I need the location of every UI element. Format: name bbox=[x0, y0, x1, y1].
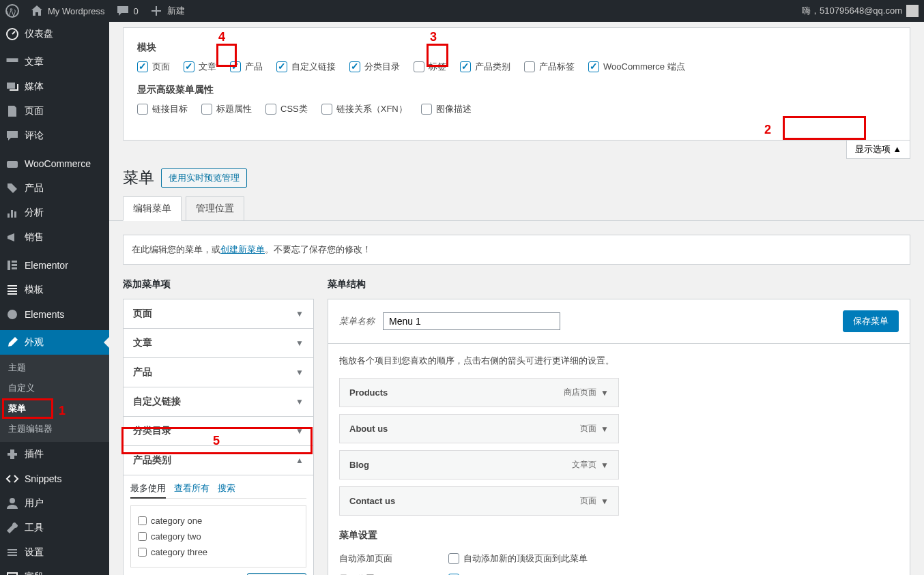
module-checkbox-8[interactable]: WooCommerce 端点 bbox=[588, 61, 685, 73]
submenu-menus[interactable]: 菜单 bbox=[0, 398, 109, 419]
admin-sidebar: 仪表盘 文章 媒体 页面 评论 WooCommerce 产品 分析 销售 Ele… bbox=[0, 22, 109, 575]
wrench-icon bbox=[5, 521, 19, 535]
sidebar-item-tools[interactable]: 工具 bbox=[0, 516, 109, 540]
module-check-6[interactable] bbox=[460, 61, 471, 72]
sidebar-item-analytics[interactable]: 分析 bbox=[0, 201, 109, 225]
module-checkbox-2[interactable]: 产品 bbox=[230, 61, 263, 73]
sidebar-item-fields[interactable]: 字段 bbox=[0, 565, 109, 575]
module-checkbox-1[interactable]: 文章 bbox=[184, 61, 216, 73]
auto-add-label: 自动添加页面 bbox=[339, 552, 448, 565]
category-item-0[interactable]: category one bbox=[138, 513, 299, 529]
module-checkbox-7[interactable]: 产品标签 bbox=[524, 61, 575, 73]
tab-edit[interactable]: 编辑菜单 bbox=[123, 196, 182, 221]
module-check-3[interactable] bbox=[276, 61, 287, 72]
sidebar-item-dashboard[interactable]: 仪表盘 bbox=[0, 22, 109, 46]
advanced-checkbox-3[interactable]: 链接关系（XFN） bbox=[321, 103, 407, 115]
module-check-0[interactable] bbox=[137, 61, 148, 72]
module-check-2[interactable] bbox=[230, 61, 241, 72]
advanced-check-1[interactable] bbox=[201, 104, 212, 115]
new-link[interactable]: 新建 bbox=[149, 4, 185, 18]
admin-bar: My Wordpress 0 新建 嗨，510795648@qq.com bbox=[0, 0, 924, 22]
site-link[interactable]: My Wordpress bbox=[30, 4, 105, 18]
sidebar-item-media[interactable]: 媒体 bbox=[0, 74, 109, 99]
svg-rect-2 bbox=[7, 83, 15, 89]
screen-options-toggle[interactable]: 显示选项 ▲ bbox=[846, 141, 911, 159]
submenu-customize[interactable]: 自定义 bbox=[0, 378, 109, 398]
sidebar-item-snippets[interactable]: Snippets bbox=[0, 467, 109, 491]
page-title: 菜单 bbox=[123, 167, 154, 188]
module-checkbox-5[interactable]: 标签 bbox=[414, 61, 446, 73]
svg-rect-12 bbox=[8, 555, 17, 556]
sidebar-item-elementor[interactable]: Elementor bbox=[0, 253, 109, 278]
menu-name-input[interactable] bbox=[383, 312, 560, 330]
module-check-4[interactable] bbox=[349, 61, 360, 72]
advanced-checkbox-1[interactable]: 标题属性 bbox=[201, 103, 252, 115]
sidebar-item-users[interactable]: 用户 bbox=[0, 491, 109, 516]
sidebar-item-products[interactable]: 产品 bbox=[0, 176, 109, 201]
sidebar-item-marketing[interactable]: 销售 bbox=[0, 225, 109, 250]
category-check-1[interactable] bbox=[138, 532, 147, 541]
category-item-2[interactable]: category three bbox=[138, 544, 299, 560]
inner-tab-most[interactable]: 最多使用 bbox=[130, 482, 166, 499]
submenu-themes[interactable]: 主题 bbox=[0, 357, 109, 378]
wordpress-logo[interactable] bbox=[5, 4, 19, 18]
caret-icon: ▼ bbox=[295, 426, 304, 436]
menu-structure-item-0[interactable]: Products商店页面 ▼ bbox=[339, 378, 619, 407]
advanced-check-3[interactable] bbox=[321, 104, 332, 115]
sidebar-item-woocommerce[interactable]: WooCommerce bbox=[0, 151, 109, 176]
svg-rect-5 bbox=[12, 261, 17, 263]
sidebar-item-elements[interactable]: Elements bbox=[0, 302, 109, 327]
module-check-5[interactable] bbox=[414, 61, 424, 72]
advanced-checkbox-2[interactable]: CSS类 bbox=[265, 103, 308, 115]
sidebar-item-plugins[interactable]: 插件 bbox=[0, 442, 109, 467]
arrow-indicator bbox=[104, 337, 109, 348]
menu-structure-item-2[interactable]: Blog文章页 ▼ bbox=[339, 450, 619, 480]
sidebar-item-comments[interactable]: 评论 bbox=[0, 123, 109, 148]
user-greeting[interactable]: 嗨，510795648@qq.com bbox=[802, 5, 919, 17]
module-check-7[interactable] bbox=[524, 61, 535, 72]
live-preview-button[interactable]: 使用实时预览管理 bbox=[161, 168, 247, 188]
sidebar-item-appearance[interactable]: 外观 bbox=[0, 330, 109, 355]
advanced-checkbox-4[interactable]: 图像描述 bbox=[421, 103, 472, 115]
accordion-header-0[interactable]: 页面▼ bbox=[124, 299, 313, 328]
sidebar-item-posts[interactable]: 文章 bbox=[0, 50, 109, 74]
create-menu-link[interactable]: 创建新菜单 bbox=[220, 244, 265, 254]
accordion-header-3[interactable]: 自定义链接▼ bbox=[124, 387, 313, 416]
advanced-checkbox-0[interactable]: 链接目标 bbox=[137, 103, 188, 115]
advanced-check-4[interactable] bbox=[421, 104, 432, 115]
inner-tab-search[interactable]: 搜索 bbox=[218, 482, 235, 495]
menu-structure-item-3[interactable]: Contact us页面 ▼ bbox=[339, 486, 619, 516]
save-menu-button[interactable]: 保存菜单 bbox=[843, 310, 899, 332]
module-check-8[interactable] bbox=[588, 61, 599, 72]
product-icon bbox=[5, 181, 19, 195]
accordion-panel-0: 页面▼ bbox=[123, 299, 314, 329]
new-label: 新建 bbox=[167, 5, 185, 17]
module-checkbox-4[interactable]: 分类目录 bbox=[349, 61, 400, 73]
sidebar-item-templates[interactable]: 模板 bbox=[0, 278, 109, 302]
module-checkbox-3[interactable]: 自定义链接 bbox=[276, 61, 336, 73]
annotation-label-5: 5 bbox=[213, 434, 220, 448]
accordion-header-2[interactable]: 产品▼ bbox=[124, 358, 313, 387]
comments-link[interactable]: 0 bbox=[116, 4, 139, 18]
accordion-header-5[interactable]: 产品类别▲ bbox=[124, 446, 313, 475]
svg-rect-6 bbox=[12, 264, 17, 266]
module-checkbox-0[interactable]: 页面 bbox=[137, 61, 170, 73]
chart-icon bbox=[5, 206, 19, 220]
auto-add-checkbox[interactable] bbox=[448, 553, 459, 564]
category-check-2[interactable] bbox=[138, 548, 147, 557]
category-item-1[interactable]: category two bbox=[138, 529, 299, 544]
advanced-check-2[interactable] bbox=[265, 104, 276, 115]
tab-manage[interactable]: 管理位置 bbox=[186, 196, 244, 220]
menu-structure-item-1[interactable]: About us页面 ▼ bbox=[339, 414, 619, 443]
sidebar-item-pages[interactable]: 页面 bbox=[0, 99, 109, 123]
wordpress-icon bbox=[5, 4, 19, 18]
caret-icon: ▼ bbox=[295, 368, 304, 377]
submenu-theme-editor[interactable]: 主题编辑器 bbox=[0, 419, 109, 439]
accordion-header-1[interactable]: 文章▼ bbox=[124, 329, 313, 357]
module-checkbox-6[interactable]: 产品类别 bbox=[460, 61, 510, 73]
inner-tab-all[interactable]: 查看所有 bbox=[174, 482, 210, 495]
advanced-check-0[interactable] bbox=[137, 104, 148, 115]
module-check-1[interactable] bbox=[184, 61, 194, 72]
sidebar-item-settings[interactable]: 设置 bbox=[0, 540, 109, 565]
category-check-0[interactable] bbox=[138, 516, 147, 525]
